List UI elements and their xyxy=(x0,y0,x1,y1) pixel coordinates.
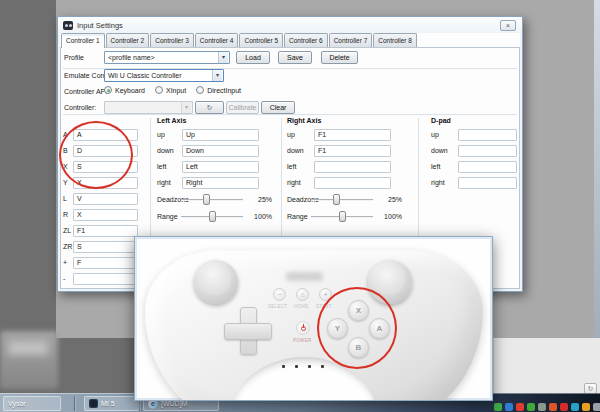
face-button-y: Y xyxy=(327,318,348,339)
right-axis-left-field[interactable] xyxy=(314,161,391,173)
dpad-left-field[interactable] xyxy=(458,161,517,173)
button-mapping-field[interactable]: X xyxy=(73,177,138,189)
dialog-title: Input Settings xyxy=(77,21,123,30)
player-led xyxy=(282,365,285,368)
close-button[interactable]: × xyxy=(500,20,516,31)
button-mapping-field[interactable]: D xyxy=(73,145,138,157)
tab-controller-5[interactable]: Controller 5 xyxy=(239,33,283,47)
radio-xinput[interactable]: XInput xyxy=(155,86,186,94)
slider-track xyxy=(181,199,243,201)
tab-controller-8[interactable]: Controller 8 xyxy=(373,33,417,47)
desktop-blur-highlight xyxy=(8,341,48,355)
chevron-down-icon[interactable]: ▾ xyxy=(218,52,228,63)
face-button-b: B xyxy=(348,337,369,358)
button-mapping-field[interactable]: A xyxy=(73,129,138,141)
button-mapping-field[interactable]: F xyxy=(73,257,138,269)
button-mapping-field[interactable]: V xyxy=(73,193,138,205)
tab-controller-1[interactable]: Controller 1 xyxy=(61,33,105,48)
tray-icon-8[interactable] xyxy=(571,403,579,411)
right-axis-range-value: 100% xyxy=(380,213,402,220)
tab-controller-6[interactable]: Controller 6 xyxy=(284,33,328,47)
tray-icon-1[interactable] xyxy=(494,403,502,411)
dialog-titlebar[interactable]: Input Settings xyxy=(58,17,522,33)
tray-icon-6[interactable] xyxy=(549,403,557,411)
power-icon xyxy=(301,326,306,331)
left-axis-up-field[interactable]: Up xyxy=(182,129,259,141)
dpad-up-field[interactable] xyxy=(458,129,517,141)
calibrate-button[interactable]: Calibrate xyxy=(226,101,259,114)
tab-controller-4[interactable]: Controller 4 xyxy=(195,33,239,47)
slider-track xyxy=(311,199,373,201)
left-axis-range-value: 100% xyxy=(250,213,272,220)
dpad-down-field[interactable] xyxy=(458,145,517,157)
radio-xinput-label: XInput xyxy=(166,87,186,94)
load-button[interactable]: Load xyxy=(236,51,270,64)
right-axis-up-field[interactable]: F1 xyxy=(314,129,391,141)
left-axis-deadzone-slider[interactable] xyxy=(181,194,243,206)
select-label: SELECT xyxy=(268,304,287,309)
home-label: HOME xyxy=(294,304,309,309)
radio-keyboard[interactable]: Keyboard xyxy=(104,86,145,94)
profile-combobox[interactable]: <profile name> ▾ xyxy=(104,51,230,64)
controller-logo-blur xyxy=(286,272,323,281)
radio-keyboard-label: Keyboard xyxy=(115,87,145,94)
tray-icon-9[interactable] xyxy=(582,403,590,411)
emulate-controller-combobox[interactable]: Wii U Classic Controller ▾ xyxy=(104,69,224,82)
controller-api-label: Controller API: xyxy=(64,88,109,95)
left-axis-range-slider[interactable] xyxy=(181,211,243,223)
taskbar-button-vysor[interactable]: Vysor xyxy=(3,396,61,411)
desktop: ↻ Input Settings × Controller 1 Controll… xyxy=(0,0,600,412)
desktop-blur-artifact xyxy=(0,331,58,389)
slider-thumb[interactable] xyxy=(333,194,340,205)
tray-icon-5[interactable] xyxy=(538,403,546,411)
save-button[interactable]: Save xyxy=(278,51,312,64)
dpad-right-field[interactable] xyxy=(458,177,517,189)
left-axis-right-label: right xyxy=(157,179,171,186)
tray-icon-7[interactable] xyxy=(560,403,568,411)
mi5-label: MI 5 xyxy=(101,397,115,410)
player-led xyxy=(295,365,298,368)
button-mapping-field[interactable]: S xyxy=(73,161,138,173)
tray-icon-10[interactable] xyxy=(593,403,600,411)
clear-button[interactable]: Clear xyxy=(261,101,295,114)
controller-image-window: − ⌂ + SELECT HOME START POWER X Y A B xyxy=(134,236,493,401)
controller-label: Controller: xyxy=(64,104,96,111)
refresh-button[interactable]: ↻ xyxy=(195,101,224,114)
face-button-x: X xyxy=(348,300,369,321)
profile-label: Profile xyxy=(64,54,84,61)
left-axis-right-field[interactable]: Right xyxy=(182,177,259,189)
right-axis-right-field[interactable] xyxy=(314,177,391,189)
right-axis-deadzone-slider[interactable] xyxy=(311,194,373,206)
tab-controller-7[interactable]: Controller 7 xyxy=(329,33,373,47)
right-axis-down-field[interactable]: F1 xyxy=(314,145,391,157)
left-axis-header: Left Axis xyxy=(157,117,186,124)
left-axis-range-label: Range xyxy=(157,213,178,220)
controller-combobox[interactable]: ▾ xyxy=(104,101,193,114)
slider-thumb[interactable] xyxy=(339,211,346,222)
right-axis-deadzone-value: 25% xyxy=(380,196,402,203)
right-axis-range-slider[interactable] xyxy=(311,211,373,223)
right-analog-stick xyxy=(368,260,412,304)
tray-icon-2[interactable] xyxy=(505,403,513,411)
chevron-down-icon[interactable]: ▾ xyxy=(212,70,222,81)
button-mapping-field[interactable]: X xyxy=(73,209,138,221)
taskbar-button-mi5[interactable]: MI 5 xyxy=(84,396,140,411)
button-mapping-field[interactable]: S xyxy=(73,241,138,253)
left-stick-cap xyxy=(200,264,231,295)
delete-button[interactable]: Delete xyxy=(321,51,358,64)
left-axis-left-field[interactable]: Left xyxy=(182,161,259,173)
slider-thumb[interactable] xyxy=(209,211,216,222)
tray-icon-3[interactable] xyxy=(516,403,524,411)
button-mapping-field[interactable]: F1 xyxy=(73,225,138,237)
slider-thumb[interactable] xyxy=(203,194,210,205)
tab-controller-3[interactable]: Controller 3 xyxy=(150,33,194,47)
right-axis-up-label: up xyxy=(287,131,295,138)
left-axis-down-field[interactable]: Down xyxy=(182,145,259,157)
profile-value: <profile name> xyxy=(108,54,155,61)
tray-icon-4[interactable] xyxy=(527,403,535,411)
left-analog-stick xyxy=(194,260,238,304)
radio-directinput[interactable]: DirectInput xyxy=(196,86,241,94)
right-axis-range-label: Range xyxy=(287,213,308,220)
tab-controller-2[interactable]: Controller 2 xyxy=(106,33,150,47)
button-mapping-field[interactable] xyxy=(73,273,138,285)
